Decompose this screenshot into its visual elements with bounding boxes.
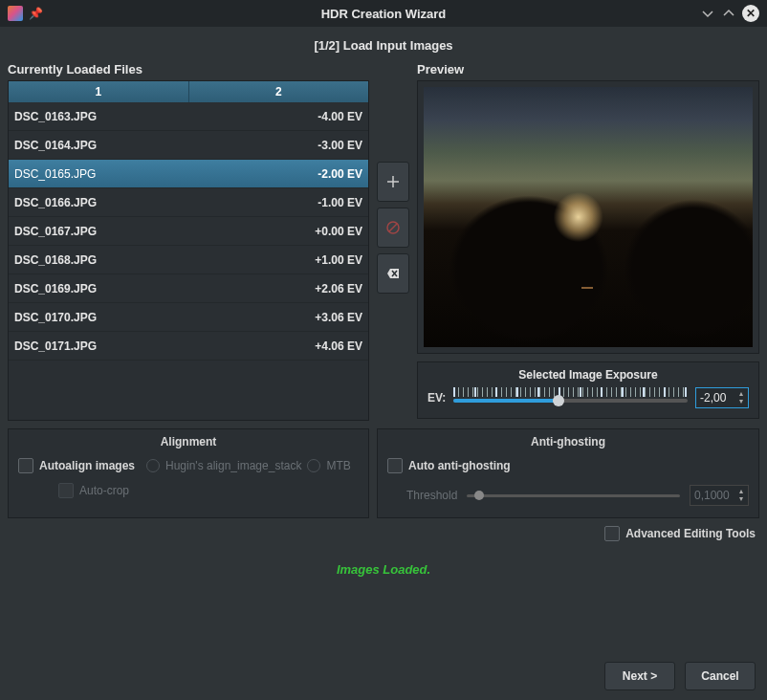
minimize-icon[interactable]: [700, 6, 715, 21]
close-icon[interactable]: ✕: [742, 5, 759, 22]
advanced-checkbox[interactable]: [604, 526, 620, 541]
cancel-button[interactable]: Cancel: [685, 662, 756, 690]
alignment-title: Alignment: [18, 435, 359, 448]
table-row[interactable]: DSC_0169.JPG+2.06 EV: [9, 274, 368, 303]
table-row[interactable]: DSC_0164.JPG-3.00 EV: [9, 131, 368, 160]
alignment-panel: Alignment Autoalign images Hugin's align…: [8, 428, 369, 518]
table-row[interactable]: DSC_0163.JPG-4.00 EV: [9, 102, 368, 131]
remove-button[interactable]: [377, 208, 409, 248]
ev-cell: -4.00 EV: [276, 110, 362, 123]
step-label: [1/2] Load Input Images: [8, 33, 759, 62]
ev-cell: +4.06 EV: [276, 339, 362, 353]
exposure-panel: Selected Image Exposure EV: -2,00 ▴▾: [417, 361, 759, 419]
threshold-label: Threshold: [406, 489, 457, 502]
ev-cell: -3.00 EV: [276, 139, 362, 152]
filename-cell: DSC_0166.JPG: [14, 196, 276, 209]
threshold-value: 0,1000: [694, 489, 730, 502]
maximize-icon[interactable]: [721, 6, 736, 21]
col-header-2[interactable]: 2: [189, 81, 369, 102]
preview-frame: [417, 80, 759, 354]
filename-cell: DSC_0164.JPG: [14, 139, 276, 152]
window-title: HDR Creation Wizard: [0, 7, 767, 21]
filename-cell: DSC_0168.JPG: [14, 253, 276, 267]
autoalign-checkbox[interactable]: [18, 458, 33, 473]
auto-antighost-label: Auto anti-ghosting: [408, 459, 511, 472]
advanced-label: Advanced Editing Tools: [625, 527, 756, 540]
mtb-radio: [307, 459, 320, 472]
table-row[interactable]: DSC_0166.JPG-1.00 EV: [9, 188, 368, 217]
filename-cell: DSC_0163.JPG: [14, 110, 276, 123]
table-row[interactable]: DSC_0167.JPG+0.00 EV: [9, 217, 368, 246]
ev-spinbox[interactable]: -2,00 ▴▾: [695, 387, 749, 408]
preview-label: Preview: [417, 62, 759, 77]
titlebar: 📌 HDR Creation Wizard ✕: [0, 0, 767, 27]
filename-cell: DSC_0165.JPG: [14, 167, 276, 181]
col-header-1[interactable]: 1: [9, 81, 189, 102]
add-button[interactable]: [377, 162, 409, 202]
next-button[interactable]: Next >: [604, 662, 675, 690]
mtb-label: MTB: [326, 459, 350, 472]
status-message: Images Loaded.: [8, 562, 759, 577]
ev-slider[interactable]: [453, 387, 688, 408]
app-icon: [8, 6, 23, 21]
autoalign-label: Autoalign images: [39, 459, 135, 472]
hugin-label: Hugin's align_image_stack: [165, 459, 301, 472]
filename-cell: DSC_0170.JPG: [14, 311, 276, 324]
ev-cell: +3.06 EV: [276, 311, 362, 324]
loaded-files-label: Currently Loaded Files: [8, 62, 369, 77]
clear-button[interactable]: [377, 253, 409, 294]
preview-image: [424, 87, 753, 347]
table-row[interactable]: DSC_0168.JPG+1.00 EV: [9, 246, 368, 274]
filename-cell: DSC_0167.JPG: [14, 225, 276, 238]
autocrop-label: Auto-crop: [79, 484, 129, 497]
table-row[interactable]: DSC_0171.JPG+4.06 EV: [9, 332, 368, 361]
ev-cell: -2.00 EV: [276, 167, 362, 181]
ev-cell: +1.00 EV: [276, 253, 362, 267]
ev-cell: +2.06 EV: [276, 282, 362, 295]
threshold-spinbox: 0,1000 ▴▾: [690, 485, 749, 506]
spin-down-icon: ▾: [736, 495, 746, 503]
table-row[interactable]: DSC_0170.JPG+3.06 EV: [9, 303, 368, 332]
ev-cell: +0.00 EV: [276, 225, 362, 238]
auto-antighost-checkbox[interactable]: [387, 458, 403, 473]
filename-cell: DSC_0171.JPG: [14, 339, 276, 353]
pin-icon[interactable]: 📌: [29, 7, 43, 20]
ghosting-panel: Anti-ghosting Auto anti-ghosting Thresho…: [377, 428, 759, 518]
filename-cell: DSC_0169.JPG: [14, 282, 276, 295]
threshold-slider: [467, 489, 680, 502]
hugin-radio: [146, 459, 160, 472]
spin-down-icon[interactable]: ▾: [736, 398, 746, 405]
exposure-title: Selected Image Exposure: [427, 368, 749, 382]
files-table: 1 2 DSC_0163.JPG-4.00 EVDSC_0164.JPG-3.0…: [8, 80, 369, 421]
ev-label: EV:: [427, 391, 446, 405]
autocrop-checkbox: [58, 483, 74, 498]
ghosting-title: Anti-ghosting: [387, 435, 749, 448]
table-row[interactable]: DSC_0165.JPG-2.00 EV: [9, 160, 368, 188]
ev-value: -2,00: [700, 391, 726, 405]
ev-cell: -1.00 EV: [276, 196, 362, 209]
